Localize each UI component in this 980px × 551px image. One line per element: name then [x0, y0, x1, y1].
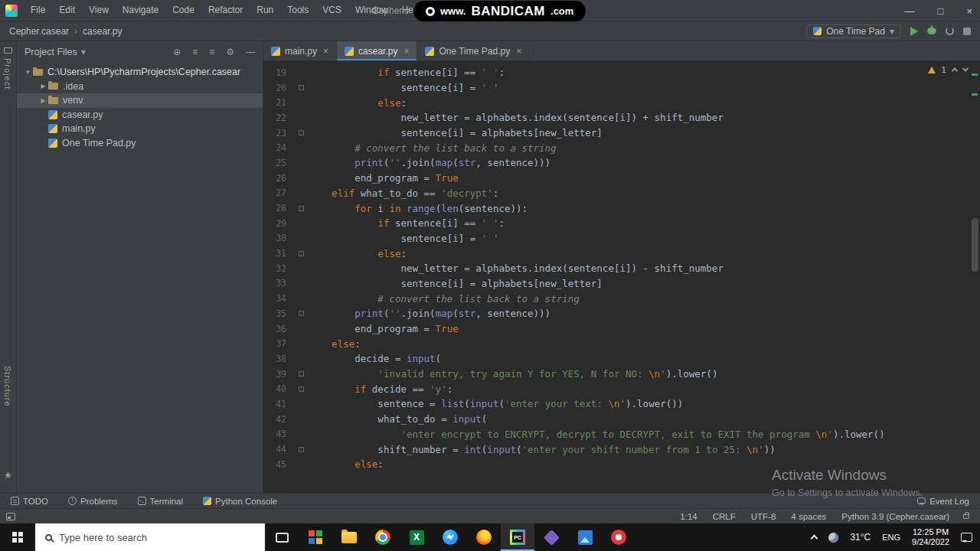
fold-marker-icon[interactable]: [299, 251, 304, 256]
code-text: sentence = list(input('enter your text: …: [309, 398, 683, 409]
code-line: 35print(''.join(map(str, sentence))): [263, 306, 980, 321]
stripe-structure-button[interactable]: Structure: [3, 366, 12, 407]
chevron-up-icon[interactable]: [811, 535, 818, 543]
maximize-button[interactable]: □: [938, 5, 944, 17]
taskbar-clock[interactable]: 12:25 PM 9/24/2022: [912, 527, 949, 547]
taskbar-file-explorer[interactable]: [332, 523, 366, 551]
debug-button[interactable]: [927, 28, 936, 34]
tab-close-icon[interactable]: ×: [516, 46, 521, 57]
python-interpreter[interactable]: Python 3.9 (Cepher.casear): [841, 512, 949, 521]
project-view-selector[interactable]: Project Files: [24, 47, 77, 57]
bandicam-icon: [611, 530, 626, 545]
tool-window-toggle-icon[interactable]: [6, 513, 15, 520]
breadcrumb-project[interactable]: Cepher.casear: [9, 26, 69, 37]
taskbar-task-view[interactable]: [265, 523, 299, 551]
fold-marker-icon[interactable]: [299, 371, 304, 377]
code-text: # convert the list back to a string: [309, 293, 580, 305]
notification-center-icon[interactable]: [961, 533, 972, 542]
tab-close-icon[interactable]: ×: [323, 46, 328, 57]
tool-window-problems[interactable]: Problems: [68, 497, 118, 506]
menu-edit[interactable]: Edit: [52, 0, 82, 21]
code-text: sentence[i] = ' ': [309, 82, 498, 93]
inspections-widget[interactable]: 1: [928, 65, 968, 74]
taskbar-chrome[interactable]: [366, 523, 400, 551]
code-editor[interactable]: 19if sentence[i] == ' ':20sentence[i] = …: [263, 61, 980, 493]
taskbar-pycharm[interactable]: [501, 523, 534, 551]
taskbar-firefox[interactable]: [467, 523, 501, 551]
menu-code[interactable]: Code: [165, 0, 201, 21]
taskbar-grid-app[interactable]: [299, 523, 332, 551]
taskbar-messenger[interactable]: [433, 523, 467, 551]
fold-marker-icon[interactable]: [299, 311, 304, 316]
tree-arrow-icon[interactable]: ▶: [38, 83, 48, 90]
file-encoding[interactable]: UTF-8: [751, 512, 776, 521]
menu-navigate[interactable]: Navigate: [116, 0, 165, 21]
menu-tools[interactable]: Tools: [280, 0, 315, 21]
taskbar-visual-studio[interactable]: [534, 523, 568, 551]
menu-file[interactable]: File: [24, 0, 52, 21]
stripe-project-button[interactable]: Project: [3, 58, 12, 90]
tree-item-label: main.py: [62, 123, 96, 134]
tree-item-one-time-pad-py[interactable]: One Time Pad.py: [17, 136, 263, 151]
fold-marker-icon[interactable]: [299, 386, 304, 392]
read-lock-icon[interactable]: [963, 514, 969, 519]
rerun-button[interactable]: [946, 27, 954, 35]
fold-marker-icon[interactable]: [299, 447, 304, 452]
search-input[interactable]: [59, 532, 265, 543]
main-area: Project Structure ★ Project Files ▾ ⊕ ≡ …: [0, 41, 980, 493]
caret-position[interactable]: 1:14: [680, 512, 697, 521]
tool-window-python-console[interactable]: Python Console: [203, 497, 277, 506]
taskbar-search[interactable]: [35, 523, 265, 551]
tree-item-venv[interactable]: ▶venv: [17, 93, 263, 108]
tree-item-c-users-hp-pycharmprojects-cepher-casear[interactable]: ▼C:\Users\HP\PycharmProjects\Cepher.case…: [17, 65, 263, 80]
fold-marker-icon[interactable]: [299, 130, 304, 135]
taskbar-excel[interactable]: [400, 523, 433, 551]
tool-window-todo[interactable]: TODO: [11, 497, 48, 506]
menu-vcs[interactable]: VCS: [315, 0, 348, 21]
run-button[interactable]: [910, 27, 918, 36]
taskbar-photos[interactable]: [568, 523, 602, 551]
tab-main-py[interactable]: main.py×: [263, 41, 337, 60]
prev-problem-icon[interactable]: [952, 67, 958, 73]
tab-close-icon[interactable]: ×: [403, 46, 409, 57]
menu-refactor[interactable]: Refactor: [201, 0, 250, 21]
breadcrumb-file[interactable]: casear.py: [83, 26, 122, 37]
menu-view[interactable]: View: [82, 0, 116, 21]
fold-marker-icon[interactable]: [299, 85, 304, 90]
settings-gear-icon[interactable]: ⚙: [226, 47, 234, 57]
tree-arrow-icon[interactable]: ▼: [23, 69, 33, 76]
start-button[interactable]: [0, 523, 35, 551]
stop-button[interactable]: [963, 28, 971, 35]
indent-style[interactable]: 4 spaces: [791, 512, 826, 521]
line-number: 41: [263, 399, 286, 409]
tree-item-main-py[interactable]: main.py: [17, 122, 263, 136]
bandicam-www: www.: [440, 5, 466, 17]
favorites-star-icon[interactable]: ★: [4, 470, 12, 481]
tab-one-time-pad-py[interactable]: One Time Pad.py×: [417, 41, 530, 60]
taskbar-bandicam[interactable]: [602, 523, 635, 551]
next-problem-icon[interactable]: [962, 65, 969, 71]
weather-temperature[interactable]: 31°C: [850, 532, 871, 543]
menu-run[interactable]: Run: [250, 0, 280, 21]
tool-window-terminal[interactable]: Terminal: [138, 497, 183, 506]
tree-arrow-icon[interactable]: ▶: [38, 97, 48, 104]
tree-item-idea[interactable]: ▶.idea: [17, 80, 263, 94]
language-indicator[interactable]: ENG: [882, 533, 900, 542]
run-configuration-selector[interactable]: One Time Pad ▾: [806, 24, 901, 38]
fold-marker-icon[interactable]: [299, 206, 304, 211]
project-stripe-icon[interactable]: [4, 47, 12, 54]
event-log-button[interactable]: Event Log: [917, 497, 969, 506]
line-separator[interactable]: CRLF: [713, 512, 736, 521]
minimize-button[interactable]: —: [905, 5, 915, 17]
collapse-all-icon[interactable]: ≡: [209, 47, 214, 57]
tree-item-casear-py[interactable]: casear.py: [17, 108, 263, 122]
locate-file-icon[interactable]: ⊕: [173, 47, 181, 57]
tab-casear-py[interactable]: casear.py×: [337, 41, 417, 60]
hide-panel-icon[interactable]: —: [246, 47, 255, 57]
expand-all-icon[interactable]: ≡: [192, 47, 198, 57]
gutter: 42: [263, 414, 309, 425]
editor-scrollbar[interactable]: [972, 218, 978, 272]
close-button[interactable]: ×: [966, 5, 972, 17]
code-text: if decide == 'y':: [309, 383, 452, 395]
window-controls: — □ ×: [905, 0, 972, 21]
